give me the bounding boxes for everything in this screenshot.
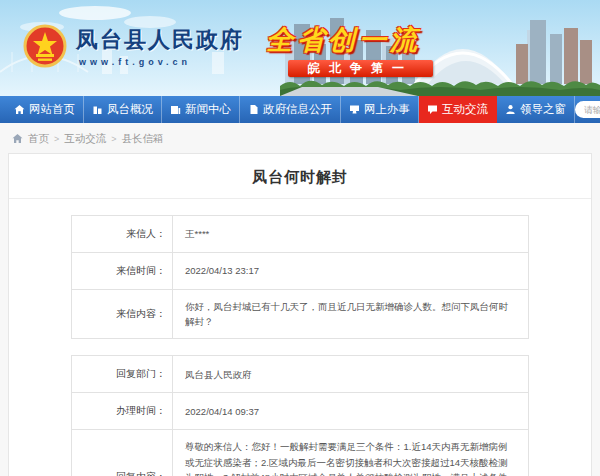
title-divider: [9, 198, 591, 199]
site-url: www.ft.gov.cn: [79, 57, 191, 67]
letter-table: 来信人： 王**** 来信时间： 2022/04/13 23:17 来信内容： …: [71, 215, 529, 339]
page: 凤台县人民政府 www.ft.gov.cn 全省创一流 皖北争第一 网站首页 凤…: [0, 0, 600, 476]
national-emblem-icon: [22, 22, 68, 72]
row-value: 2022/04/13 23:17: [173, 253, 528, 289]
table-row: 回复内容： 尊敬的来信人：您好！一般解封需要满足三个条件：1.近14天内再无新增…: [72, 430, 528, 476]
row-value: 你好，凤台封城已有十几天了，而且近几日无新增确诊人数。想问下凤台何时解封？: [173, 290, 528, 338]
table-row: 办理时间： 2022/04/14 09:37: [72, 393, 528, 430]
nav-item-label: 领导之窗: [520, 102, 566, 117]
nav-item-overview[interactable]: 凤台概况: [84, 96, 162, 123]
nav-item-leaders[interactable]: 领导之窗: [497, 96, 575, 123]
user-icon: [505, 104, 516, 115]
row-value: 王****: [173, 216, 528, 252]
row-label: 办理时间：: [72, 393, 173, 429]
building-icon: [92, 104, 103, 115]
news-icon: [170, 104, 181, 115]
nav-item-label: 网上办事: [364, 102, 410, 117]
row-label: 回复部门：: [72, 356, 173, 392]
row-value: 尊敬的来信人：您好！一般解封需要满足三个条件：1.近14天内再无新增病例或无症状…: [173, 430, 528, 476]
nav-item-label: 网站首页: [29, 102, 75, 117]
search-input[interactable]: [575, 101, 600, 118]
breadcrumb-separator: >: [54, 134, 59, 144]
slogan-line1: 全省创一流: [266, 22, 421, 58]
breadcrumb-separator: >: [111, 134, 116, 144]
nav-item-news[interactable]: 新闻中心: [162, 96, 240, 123]
site-title: 凤台县人民政府: [76, 25, 244, 55]
row-label: 来信人：: [72, 216, 173, 252]
home-icon: [14, 104, 25, 115]
site-search: 搜索: [575, 96, 600, 123]
breadcrumb: 首页 > 互动交流 > 县长信箱: [0, 123, 600, 153]
main-nav: 网站首页 凤台概况 新闻中心 政府信息公开 网上办事: [0, 96, 600, 123]
table-row: 来信人： 王****: [72, 216, 528, 253]
table-row: 回复部门： 凤台县人民政府: [72, 356, 528, 393]
slogan-line2: 皖北争第一: [288, 60, 433, 77]
page-title: 凤台何时解封: [9, 154, 591, 198]
row-value: 2022/04/14 09:37: [173, 393, 528, 429]
nav-item-interaction[interactable]: 互动交流: [419, 96, 497, 123]
nav-item-label: 凤台概况: [107, 102, 153, 117]
monitor-icon: [349, 104, 360, 115]
letter-detail-card: 凤台何时解封 来信人： 王**** 来信时间： 2022/04/13 23:17…: [8, 153, 592, 476]
table-row: 来信内容： 你好，凤台封城已有十几天了，而且近几日无新增确诊人数。想问下凤台何时…: [72, 290, 528, 338]
nav-item-home[interactable]: 网站首页: [6, 96, 84, 123]
row-label: 来信时间：: [72, 253, 173, 289]
nav-item-label: 新闻中心: [185, 102, 231, 117]
nav-item-online-service[interactable]: 网上办事: [341, 96, 419, 123]
home-icon: [12, 133, 23, 146]
nav-item-gov-info[interactable]: 政府信息公开: [240, 96, 341, 123]
chat-icon: [427, 104, 438, 115]
document-icon: [248, 104, 259, 115]
table-row: 来信时间： 2022/04/13 23:17: [72, 253, 528, 290]
breadcrumb-home[interactable]: 首页: [28, 132, 49, 146]
row-value: 凤台县人民政府: [173, 356, 528, 392]
nav-item-label: 互动交流: [442, 102, 488, 117]
breadcrumb-interaction[interactable]: 互动交流: [64, 132, 106, 146]
row-label: 回复内容：: [72, 430, 173, 476]
row-label: 来信内容：: [72, 290, 173, 338]
reply-table: 回复部门： 凤台县人民政府 办理时间： 2022/04/14 09:37 回复内…: [71, 355, 529, 476]
breadcrumb-current: 县长信箱: [122, 132, 164, 146]
nav-item-label: 政府信息公开: [263, 102, 332, 117]
site-banner: 凤台县人民政府 www.ft.gov.cn 全省创一流 皖北争第一: [0, 0, 600, 96]
